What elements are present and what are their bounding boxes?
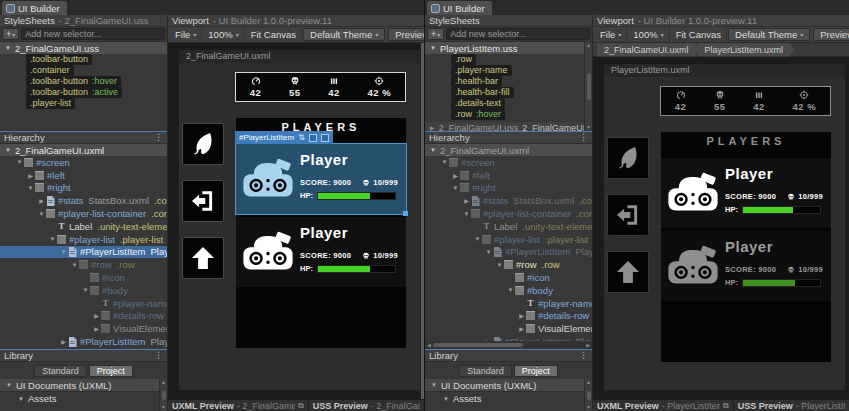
kebab-menu-icon[interactable]: ⋮ — [579, 351, 588, 360]
uxml-file-row[interactable]: ▼2_FinalGameUI.uxml — [425, 144, 592, 156]
scroll-up-icon[interactable]: ▲ — [586, 43, 591, 48]
uxml-preview-tab[interactable]: UXML Preview - 2_FinalGameUI.uxml ⧉ — [168, 400, 309, 411]
expand-arrow-icon[interactable]: ▼ — [451, 185, 460, 191]
uss-selector-row[interactable]: .toolbar-button:hover — [0, 76, 167, 87]
scroll-down-icon[interactable]: ▼ — [161, 405, 166, 410]
expand-arrow-icon[interactable]: ▼ — [431, 382, 437, 388]
uxml-preview-tab[interactable]: UXML Preview - PlayerListItem.uxml ⧉ — [593, 400, 734, 411]
add-selector-input[interactable] — [21, 28, 165, 40]
pane-resize-handle[interactable] — [421, 43, 424, 399]
selector-pill[interactable]: .toolbar-button — [26, 54, 92, 65]
open-instance-icon[interactable] — [309, 134, 317, 142]
uss-preview-tab[interactable]: USS Preview - 2_FinalGameUI.u — [309, 400, 424, 411]
expand-arrow-icon[interactable]: ▼ — [430, 147, 436, 153]
expand-arrow-icon[interactable]: ▼ — [5, 45, 11, 51]
expand-arrow-icon[interactable]: ▼ — [506, 287, 515, 293]
expand-arrow-icon[interactable]: ▼ — [18, 396, 24, 402]
preview-toggle[interactable]: Preview — [813, 28, 849, 41]
hierarchy-row[interactable]: ▶#left — [0, 169, 167, 182]
scrollbar-thumb[interactable] — [587, 391, 591, 400]
scrollbar-thumb[interactable] — [587, 73, 591, 99]
resize-handle[interactable] — [403, 211, 408, 216]
expand-arrow-icon[interactable]: ▼ — [6, 382, 12, 388]
expand-arrow-icon[interactable]: ▼ — [443, 396, 449, 402]
hierarchy-row[interactable]: ▼#screen — [0, 156, 167, 169]
fit-canvas-button[interactable]: Fit Canvas — [246, 27, 302, 43]
scroll-up-icon[interactable]: ▲ — [161, 380, 166, 385]
uss-selector-row[interactable]: .details-text — [425, 98, 592, 109]
selector-pill[interactable]: .health-bar-fill — [451, 87, 514, 98]
flame-button[interactable] — [607, 137, 649, 179]
stylesheet-file-row[interactable]: ▼ 2_FinalGameUI.uss — [0, 42, 167, 54]
expand-arrow-icon[interactable]: ▶ — [92, 312, 101, 319]
library-section[interactable]: ▼Assets — [0, 392, 167, 405]
vertical-scrollbar[interactable]: ▲▼ — [584, 42, 592, 131]
scrollbar-thumb[interactable] — [433, 343, 523, 347]
zoom-select[interactable]: 100%▾ — [203, 27, 244, 43]
file-menu[interactable]: File▾ — [170, 27, 202, 43]
up-arrow-button[interactable] — [607, 251, 649, 293]
scroll-up-icon[interactable]: ▲ — [586, 380, 591, 385]
expand-arrow-icon[interactable]: ▼ — [484, 249, 493, 255]
expand-arrow-icon[interactable]: ▶ — [430, 124, 435, 131]
hierarchy-row[interactable]: ▼#right — [425, 182, 592, 195]
hierarchy-row[interactable]: T#player-name.unity-text-element — [425, 297, 592, 310]
open-external-icon[interactable]: ⧉ — [298, 401, 304, 411]
selector-pill[interactable]: .row — [451, 54, 476, 65]
selection-chip[interactable]: #PlayerListItem⇅ — [235, 131, 333, 144]
vertical-scrollbar[interactable]: ▲▼ — [159, 379, 167, 411]
uss-selector-row[interactable]: .row:hover — [425, 109, 592, 120]
selector-pill[interactable]: .details-text — [451, 98, 505, 109]
scrollbar-thumb[interactable] — [162, 391, 166, 400]
selector-pill[interactable]: .row:hover — [451, 109, 505, 120]
hierarchy-row[interactable]: ▶#details-row — [425, 310, 592, 323]
uxml-file-row[interactable]: ▼2_FinalGameUI.uxml — [0, 144, 167, 156]
uss-preview-tab[interactable]: USS Preview - PlayerListItem.u — [734, 400, 849, 411]
hierarchy-row[interactable]: TLabel.unity-text-element .unity-label — [0, 220, 167, 233]
preview-toggle[interactable]: Preview — [388, 28, 424, 41]
expand-arrow-icon[interactable]: ▶ — [517, 325, 526, 332]
hierarchy-row[interactable]: ▶#PlayerListItemPlayerListItem.uxml — [0, 335, 167, 348]
uss-selector-row[interactable]: .health-bar-fill — [425, 87, 592, 98]
expand-arrow-icon[interactable]: ▼ — [430, 45, 436, 51]
library-tab-standard[interactable]: Standard — [459, 365, 512, 377]
expand-arrow-icon[interactable]: ▶ — [37, 197, 46, 204]
file-menu[interactable]: File▾ — [595, 27, 627, 43]
library-section[interactable]: ▼Assets — [425, 392, 592, 405]
tab-ui-builder[interactable]: UI Builder — [2, 1, 67, 15]
expand-arrow-icon[interactable]: ▼ — [26, 185, 35, 191]
expand-arrow-icon[interactable]: ▼ — [462, 211, 471, 217]
hierarchy-row[interactable]: ▼#PlayerListItemPlayerListItem.uxml — [0, 246, 167, 259]
tab-ui-builder[interactable]: UI Builder — [427, 1, 492, 15]
scroll-left-icon[interactable]: ◀ — [427, 342, 431, 348]
hierarchy-row[interactable]: TLabel.unity-text-element .unity-label — [425, 220, 592, 233]
hierarchy-row[interactable]: ▼#right — [0, 182, 167, 195]
player-list-item[interactable]: PlayerSCORE: 900010/999HP: — [661, 158, 831, 228]
expand-arrow-icon[interactable]: ▼ — [48, 236, 57, 242]
hierarchy-row[interactable]: ▶#left — [425, 169, 592, 182]
hierarchy-row[interactable]: ▶#details-row — [0, 310, 167, 323]
hierarchy-row[interactable]: ▼#body — [425, 284, 592, 297]
kebab-menu-icon[interactable]: ⋮ — [579, 133, 588, 142]
theme-select[interactable]: Default Theme▾ — [728, 28, 810, 41]
library-tab-project[interactable]: Project — [89, 365, 133, 377]
uss-selector-row[interactable]: .toolbar-button:active — [0, 87, 167, 98]
expand-arrow-icon[interactable]: ▶ — [451, 172, 460, 179]
player-list-item[interactable]: PlayerSCORE: 900010/999HP: — [236, 217, 406, 287]
uss-selector-row[interactable]: .toolbar-button — [0, 54, 167, 65]
add-selector-button[interactable]: +▾ — [427, 28, 444, 40]
uss-selector-row[interactable]: .player-name — [425, 65, 592, 76]
hierarchy-row[interactable]: T#player-name.unity-text-element — [0, 297, 167, 310]
library-section[interactable]: ▼UI Documents (UXML) — [425, 379, 592, 392]
expand-arrow-icon[interactable]: ▼ — [473, 236, 482, 242]
flame-button[interactable] — [182, 123, 224, 165]
uss-selector-row[interactable]: .player-list — [0, 98, 167, 109]
hierarchy-row[interactable]: #icon — [425, 271, 592, 284]
expand-arrow-icon[interactable]: ▼ — [37, 211, 46, 217]
selector-pill[interactable]: .player-list — [26, 98, 75, 109]
scroll-right-icon[interactable]: ▶ — [586, 342, 590, 348]
stylesheet-file-row[interactable]: ▼ PlayerListItem.uss — [425, 42, 592, 54]
hierarchy-row[interactable]: ▶VisualElement — [425, 322, 592, 335]
breadcrumb-item[interactable]: 2_FinalGameUI.uxml — [597, 43, 701, 57]
expand-arrow-icon[interactable]: ▼ — [440, 159, 449, 165]
